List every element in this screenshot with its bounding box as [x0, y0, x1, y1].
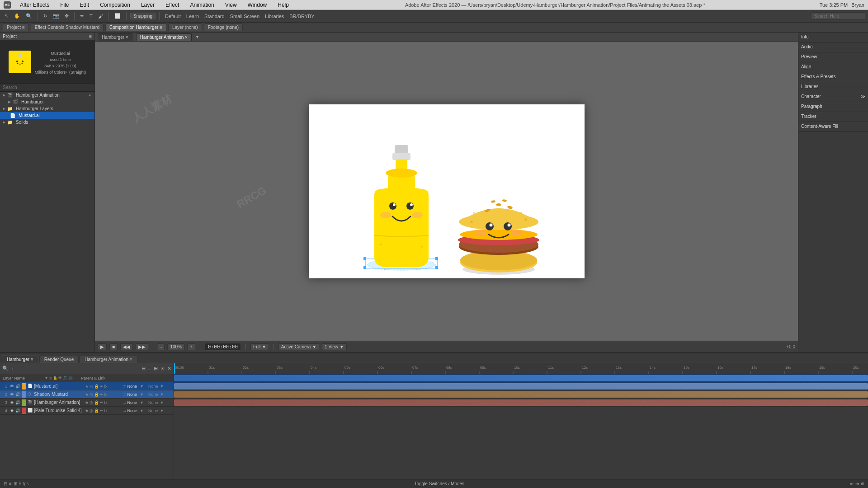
- menu-composition[interactable]: Composition: [98, 1, 132, 9]
- view-select[interactable]: 1 View ▼: [322, 343, 347, 350]
- layer-collapse-3[interactable]: ✒: [100, 400, 104, 405]
- right-section-contentaware-title[interactable]: Content-Aware Fill: [801, 124, 865, 129]
- zoom-tool[interactable]: 🔍: [24, 12, 34, 20]
- layer-option-2[interactable]: ≡: [148, 366, 151, 372]
- shape-tool[interactable]: ⬜: [113, 12, 123, 20]
- layer-collapse-2[interactable]: ✒: [100, 392, 104, 397]
- workspace-learn[interactable]: Learn: [184, 13, 201, 20]
- layer-solo-1[interactable]: ◎: [90, 384, 93, 389]
- layer-option-3[interactable]: ⊞: [153, 365, 158, 372]
- layer-row-2[interactable]: 2 👁 🔊 ⬡ Shadow Mustard ★ ◎ 🔒 ✒: [0, 390, 174, 399]
- pen-tool[interactable]: ✒: [78, 12, 86, 20]
- comp-tab-hamburger[interactable]: Hamburger ×: [98, 33, 132, 41]
- preview-prev-frame[interactable]: ◀◀: [120, 343, 133, 350]
- layer-eye-3[interactable]: 👁: [9, 400, 14, 405]
- menu-animation[interactable]: Animation: [188, 1, 216, 9]
- panel-tab-effectcontrols[interactable]: Effect Controls Shadow Mustard: [31, 23, 104, 31]
- layer-audio-3[interactable]: 🔊: [15, 400, 20, 405]
- layer-shy-3[interactable]: ★: [85, 400, 89, 405]
- layer-shy-1[interactable]: ★: [85, 384, 89, 389]
- workspace-smallscreen[interactable]: Small Screen: [228, 13, 261, 20]
- camera-tool[interactable]: 📷: [51, 12, 61, 20]
- project-item-solids[interactable]: ▶ 📁 Solids: [0, 119, 94, 126]
- layer-collapse-1[interactable]: ✒: [100, 384, 104, 389]
- layer-add[interactable]: +: [11, 366, 14, 372]
- menu-help[interactable]: Help: [276, 1, 291, 9]
- hand-tool[interactable]: ✋: [12, 12, 22, 20]
- rotate-tool[interactable]: ↻: [42, 12, 49, 20]
- layer-row-4[interactable]: 4 👁 🔊 ⬜ [Pale Turquoise Solid 4] ★ ◎ 🔒: [0, 407, 174, 415]
- layer-collapse-4[interactable]: ✒: [100, 408, 104, 413]
- expand-icon[interactable]: ▶: [3, 107, 5, 111]
- timeline-tab-hamburger[interactable]: Hamburger ×: [2, 356, 38, 363]
- camera-select[interactable]: Active Camera ▼: [278, 343, 319, 350]
- layer-option-4[interactable]: ⊡: [160, 365, 165, 372]
- workspace-custom[interactable]: BR/BRYBY: [288, 13, 316, 20]
- expand-icon[interactable]: ▶: [3, 120, 5, 124]
- layer-fx-4[interactable]: fx: [104, 408, 108, 413]
- zoom-out[interactable]: -: [158, 343, 165, 350]
- brush-tool[interactable]: 🖌: [96, 13, 105, 20]
- character-expand[interactable]: ≫: [861, 94, 865, 99]
- layer-option-5[interactable]: ✕: [167, 365, 172, 372]
- snapping-toggle[interactable]: Snapping: [130, 13, 156, 19]
- time-ruler[interactable]: 00:00 01s 02s 03s 04s 05s 06s: [174, 363, 868, 374]
- menu-layer[interactable]: Layer: [139, 1, 156, 9]
- project-item-mustard[interactable]: 📄 Mustard.ai: [0, 112, 94, 119]
- project-item-hambuger-anim[interactable]: ▶ 🎬 Hamburger Animation ✦: [0, 92, 94, 99]
- right-section-character-title[interactable]: Character ≫: [801, 94, 865, 99]
- workspace-standard[interactable]: Standard: [203, 13, 226, 20]
- preview-play[interactable]: ▶: [98, 343, 107, 350]
- right-section-effects-title[interactable]: Effects & Presets: [801, 74, 865, 79]
- project-item-hamburger-layers[interactable]: ▶ 📁 Hamburger Layers: [0, 105, 94, 112]
- workspace-libraries[interactable]: Libraries: [263, 13, 286, 20]
- track-3[interactable]: [174, 390, 868, 399]
- layer-row-1[interactable]: 1 👁 🔊 📄 [Mustard.ai] ★ ◎ 🔒 ✒: [0, 382, 174, 390]
- layer-lock-4[interactable]: 🔒: [94, 408, 99, 413]
- layer-solo-3[interactable]: ◎: [90, 400, 93, 405]
- project-search-input[interactable]: [0, 84, 94, 92]
- layer-eye-4[interactable]: 👁: [9, 408, 14, 413]
- right-section-tracker-title[interactable]: Tracker: [801, 114, 865, 119]
- panel-tab-project[interactable]: Project ≡: [3, 23, 29, 31]
- right-section-paragraph-title[interactable]: Paragraph: [801, 104, 865, 109]
- panel-tab-composition[interactable]: Composition Hamburger ≡: [105, 23, 166, 31]
- zoom-level[interactable]: 100%: [167, 343, 184, 350]
- right-section-info-title[interactable]: Info: [801, 34, 865, 39]
- track-2[interactable]: [174, 382, 868, 390]
- menu-effect[interactable]: Effect: [164, 1, 181, 9]
- layer-lock-1[interactable]: 🔒: [94, 384, 99, 389]
- layer-search[interactable]: 🔍: [2, 365, 9, 372]
- layer-solo-2[interactable]: ◎: [90, 392, 93, 397]
- right-section-align-title[interactable]: Align: [801, 64, 865, 69]
- layer-lock-3[interactable]: 🔒: [94, 400, 99, 405]
- track-1[interactable]: [174, 374, 868, 382]
- timeline-tab-renderqueue[interactable]: Render Queue: [39, 356, 79, 363]
- tl-btn-3[interactable]: ⊞: [14, 481, 17, 486]
- menu-file[interactable]: File: [58, 1, 71, 9]
- zoom-in[interactable]: +: [187, 343, 195, 350]
- expand-icon[interactable]: ▶: [8, 100, 11, 104]
- menu-edit[interactable]: Edit: [78, 1, 91, 9]
- menu-view[interactable]: View: [223, 1, 239, 9]
- tl-btn-2[interactable]: ≡: [9, 481, 12, 486]
- search-help-input[interactable]: [811, 12, 865, 20]
- menu-window[interactable]: Window: [246, 1, 269, 9]
- preview-stop[interactable]: ■: [109, 343, 118, 350]
- project-menu-icon[interactable]: ≡: [89, 34, 92, 39]
- workspace-default[interactable]: Default: [163, 13, 183, 20]
- tl-btn-nav-start[interactable]: ⇤: [850, 481, 854, 486]
- layer-audio-2[interactable]: 🔊: [15, 392, 20, 397]
- tl-btn-nav-zoom[interactable]: ⊕: [861, 481, 864, 486]
- comp-tab-hamburger-anim[interactable]: Hamburger Animation ×: [136, 33, 192, 41]
- layer-fx-1[interactable]: fx: [104, 384, 108, 389]
- layer-fx-3[interactable]: fx: [104, 400, 108, 405]
- layer-solo-4[interactable]: ◎: [90, 408, 93, 413]
- viewport[interactable]: 人人素材 RRCG 人人素材 人人素材 RRCG RRCG 人人素材: [95, 42, 798, 341]
- tl-btn-1[interactable]: ⊟: [4, 481, 7, 486]
- selection-tool[interactable]: ↖: [3, 12, 10, 20]
- layer-audio-1[interactable]: 🔊: [15, 384, 20, 389]
- pan-tool[interactable]: ✥: [63, 12, 71, 20]
- tl-btn-nav-end[interactable]: ⇥: [855, 481, 859, 486]
- layer-shy-4[interactable]: ★: [85, 408, 89, 413]
